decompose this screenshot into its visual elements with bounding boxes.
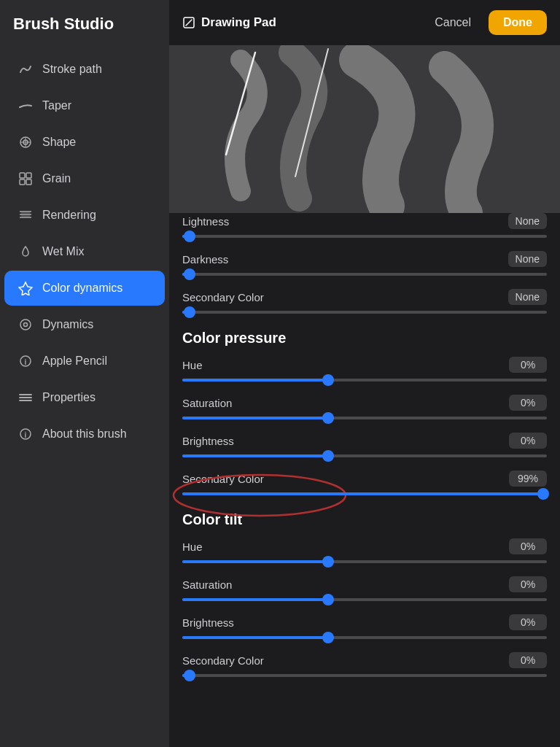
svg-text:i: i [25,431,27,439]
sidebar-item-label: Wet Mix [42,245,84,258]
sidebar: Brush Studio Stroke path Taper Shape [0,0,169,747]
svg-point-14 [20,320,31,330]
brush-strokes-svg [169,45,560,213]
sidebar-item-label: About this brush [42,427,127,441]
cp-secondary-label: Secondary Color [182,473,264,485]
brush-preview [169,45,560,213]
ct-brightness-row: Brightness 0% [182,614,547,639]
header-actions: Cancel Done [426,10,547,35]
sidebar-item-rendering[interactable]: Rendering [4,198,165,233]
sidebar-item-about[interactable]: i About this brush [4,417,165,452]
sidebar-item-stroke-path[interactable]: Stroke path [4,52,165,87]
grain-icon [18,171,34,187]
sidebar-item-label: Apple Pencil [42,355,107,368]
ct-brightness-track[interactable] [182,636,547,639]
sidebar-item-label: Shape [42,136,76,149]
cp-saturation-row: Saturation 0% [182,395,547,419]
ct-hue-track[interactable] [182,560,547,563]
sidebar-item-taper[interactable]: Taper [4,88,165,123]
cp-brightness-row: Brightness 0% [182,433,547,457]
sidebar-item-shape[interactable]: Shape [4,125,165,160]
shape-icon [18,134,34,150]
cp-hue-row: Hue 0% [182,357,547,382]
cp-secondary-value: 99% [509,471,547,487]
ct-saturation-value: 0% [509,576,547,592]
svg-marker-13 [19,282,32,295]
dynamics-icon [18,317,34,333]
cp-brightness-track[interactable] [182,454,547,457]
ct-hue-row: Hue 0% [182,538,547,563]
sidebar-item-grain[interactable]: Grain [4,161,165,196]
color-pressure-section-title: Color pressure [182,330,547,347]
sidebar-item-label: Properties [42,391,96,404]
header: Drawing Pad Cancel Done [169,0,560,45]
sidebar-item-dynamics[interactable]: Dynamics [4,307,165,342]
sidebar-item-label: Dynamics [42,318,93,331]
cp-hue-track[interactable] [182,379,547,382]
sidebar-item-label: Color dynamics [42,282,122,295]
svg-rect-7 [26,179,31,185]
cp-brightness-label: Brightness [182,435,234,447]
sidebar-item-apple-pencil[interactable]: i Apple Pencil [4,344,165,379]
sidebar-item-label: Stroke path [42,63,102,76]
cp-secondary-track[interactable] [182,492,547,495]
secondary-color-top-track[interactable] [182,311,547,314]
ct-saturation-label: Saturation [182,578,232,591]
svg-rect-4 [20,173,25,178]
properties-icon [18,390,34,406]
ct-secondary-label: Secondary Color [182,654,264,667]
cp-saturation-value: 0% [509,395,547,411]
about-icon: i [18,426,34,442]
secondary-color-top-value: None [508,289,547,305]
cp-saturation-label: Saturation [182,397,232,409]
ct-secondary-row: Secondary Color 0% [182,652,547,677]
ct-hue-label: Hue [182,541,203,553]
app-title: Brush Studio [0,0,169,51]
svg-rect-6 [20,179,25,185]
rendering-icon [18,207,34,223]
darkness-value: None [508,251,547,267]
svg-rect-5 [26,173,31,178]
lightness-row: Lightness None [182,213,547,238]
main-content: Drawing Pad Cancel Done Lightness None [169,0,560,747]
sidebar-item-wet-mix[interactable]: Wet Mix [4,234,165,269]
cp-saturation-track[interactable] [182,417,547,419]
darkness-track[interactable] [182,273,547,276]
done-button[interactable]: Done [489,10,547,35]
lightness-value: None [508,213,547,229]
sidebar-item-label: Taper [42,99,71,112]
sidebar-item-color-dynamics[interactable]: Color dynamics [4,271,165,306]
apple-pencil-icon: i [18,353,34,369]
ct-secondary-value: 0% [509,652,547,668]
wet-mix-icon [18,244,34,260]
drawing-pad-label: Drawing Pad [182,15,276,30]
svg-point-15 [24,323,28,327]
cp-secondary-color-row: Secondary Color 99% [182,471,547,495]
sidebar-item-label: Rendering [42,209,96,222]
sidebar-item-properties[interactable]: Properties [4,380,165,415]
ct-hue-value: 0% [509,538,547,554]
color-dynamics-icon [18,280,34,296]
sidebar-item-label: Grain [42,172,71,185]
stroke-path-icon [18,61,34,77]
lightness-track[interactable] [182,235,547,238]
ct-brightness-label: Brightness [182,616,234,629]
ct-saturation-track[interactable] [182,598,547,601]
svg-text:i: i [25,358,27,366]
ct-secondary-track[interactable] [182,674,547,677]
svg-line-24 [186,20,192,26]
ct-brightness-value: 0% [509,614,547,630]
secondary-color-top-label: Secondary Color [182,291,264,303]
taper-icon [18,98,34,114]
settings-scroll-area[interactable]: Lightness None Darkness None Secondary C… [169,213,560,747]
darkness-label: Darkness [182,253,228,266]
edit-icon [182,16,195,29]
cancel-button[interactable]: Cancel [426,12,480,34]
color-tilt-section-title: Color tilt [182,511,547,528]
cp-hue-label: Hue [182,359,203,371]
cp-hue-value: 0% [509,357,547,373]
darkness-row: Darkness None [182,251,547,276]
lightness-label: Lightness [182,215,229,228]
cp-brightness-value: 0% [509,433,547,449]
ct-saturation-row: Saturation 0% [182,576,547,601]
